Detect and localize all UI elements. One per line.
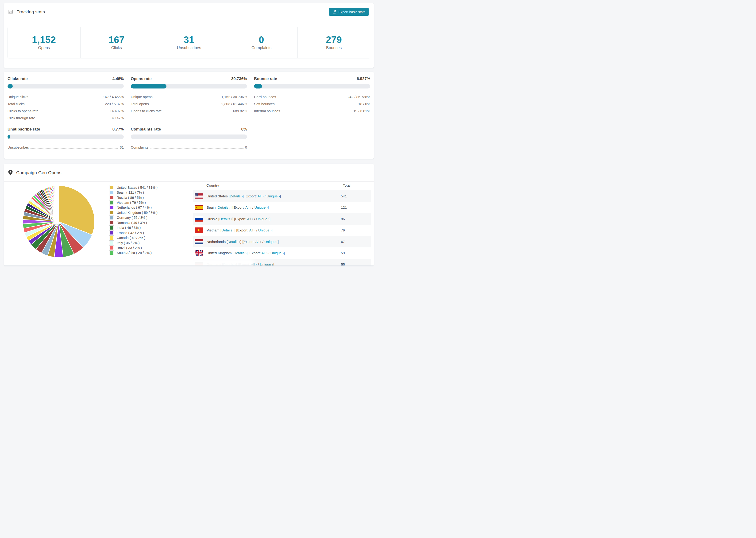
dotted-leader (150, 148, 243, 149)
table-row-russia: Russia [Details ›] [Export: All › / Uniq… (193, 213, 371, 225)
pie-slice-small[interactable] (58, 186, 59, 222)
rate-title: Unsubscribe rate (8, 127, 40, 132)
flag-vn-icon (195, 228, 203, 233)
dotted-leader (37, 119, 110, 119)
table-row-vietnam: Vietnam [Details ›] [Export: All › / Uni… (193, 225, 371, 236)
rate-row-value: 14.497% (110, 109, 124, 113)
export-all-link[interactable]: All › (255, 240, 261, 243)
rate-detail-rows: Unsubscribes 31 (8, 142, 124, 149)
stats-summary-strip: 1,152 Opens 167 Clicks 31 Unsubscribes 0… (8, 27, 370, 58)
stat-value: 1,152 (32, 35, 56, 44)
progress-bar-fill (8, 84, 13, 88)
legend-item: South Africa ( 29 / 2% ) (109, 250, 158, 255)
rate-row-label: Complaints (131, 145, 148, 149)
legend-swatch (109, 236, 114, 241)
rate-row-value: 4.147% (112, 116, 124, 120)
rate-row-label: Click through rate (8, 116, 35, 120)
export-all-link[interactable]: All › (247, 217, 253, 221)
export-unique-link[interactable]: Unique › (270, 251, 284, 255)
pie-legend: United States ( 541 / 31% ) Spain ( 121 … (109, 185, 158, 255)
details-link[interactable]: Details › (223, 262, 236, 266)
stat-label: Opens (38, 45, 50, 50)
rate-block-opens-rate: Opens rate 30.736% Unique opens 1,152 / … (131, 77, 247, 120)
stat-box-opens: 1,152 Opens (8, 27, 80, 58)
rate-row-value: 242 / 86.738% (348, 95, 370, 99)
dotted-leader (154, 98, 220, 98)
bar-chart-icon (8, 9, 13, 15)
details-link[interactable]: Details › (228, 240, 241, 243)
country-links: Germany [Details ›] [Export: All › / Uni… (207, 262, 274, 266)
legend-label: India ( 46 / 3% ) (117, 226, 141, 230)
legend-swatch (109, 225, 114, 230)
export-unique-link[interactable]: Unique › (254, 205, 268, 209)
table-row-total: 86 (341, 217, 345, 221)
details-link[interactable]: Details › (218, 205, 231, 209)
progress-bar (254, 84, 370, 88)
table-row-total: 67 (341, 240, 345, 243)
legend-item: India ( 46 / 3% ) (109, 225, 158, 230)
export-unique-link[interactable]: Unique › (266, 194, 280, 198)
table-row-united-states: United States [Details ›] [Export: All ›… (193, 190, 371, 202)
table-row-spain: Spain [Details ›] [Export: All › / Uniqu… (193, 202, 371, 213)
dotted-leader (40, 112, 108, 112)
export-all-link[interactable]: All › (245, 205, 251, 209)
rate-percentage: 0% (241, 127, 247, 132)
details-link[interactable]: Details › (219, 217, 232, 221)
legend-swatch (109, 200, 114, 205)
export-basic-stats-button[interactable]: Export basic stats (329, 8, 369, 16)
tracking-stats-title: Tracking stats (17, 9, 45, 15)
export-unique-link[interactable]: Unique › (264, 240, 278, 243)
legend-item: Canada ( 40 / 2% ) (109, 235, 158, 240)
flag-es-icon (195, 205, 203, 210)
details-link[interactable]: Details › (234, 251, 246, 255)
campaign-geo-opens-card: Campaign Geo Opens United States ( 541 /… (4, 164, 374, 266)
rate-block-bounce-rate: Bounce rate 6.927% Hard bounces 242 / 86… (254, 77, 370, 120)
rate-detail-row: Soft bounces 18 / 0% (254, 99, 370, 106)
rate-header: Complaints rate 0% (131, 127, 247, 132)
rate-row-label: Soft bounces (254, 102, 275, 106)
table-row-netherlands: Netherlands [Details ›] [Export: All › /… (193, 236, 371, 247)
rate-title: Clicks rate (8, 77, 28, 81)
dotted-leader (282, 112, 352, 112)
rate-detail-rows: Unique opens 1,152 / 30.736% Total opens… (131, 92, 247, 113)
progress-bar (8, 84, 124, 88)
rate-row-value: 18 / 0% (358, 102, 370, 106)
geo-opens-pie-chart[interactable] (21, 184, 96, 259)
geo-table-header: Country Total (193, 180, 371, 190)
country-links: United Kingdom [Details ›] [Export: All … (207, 251, 285, 255)
dotted-leader (30, 98, 101, 98)
rate-row-value: 2,303 / 61.446% (221, 102, 247, 106)
export-unique-link[interactable]: Unique › (260, 262, 273, 266)
legend-item: Netherlands ( 67 / 4% ) (109, 205, 158, 210)
legend-label: France ( 42 / 2% ) (117, 231, 144, 235)
legend-label: United States ( 541 / 31% ) (117, 186, 158, 189)
export-all-link[interactable]: All › (261, 251, 267, 255)
legend-item: Romania ( 49 / 3% ) (109, 220, 158, 225)
export-unique-link[interactable]: Unique › (258, 228, 272, 232)
dotted-leader (30, 148, 118, 149)
legend-label: Romania ( 49 / 3% ) (117, 221, 147, 225)
country-links: Spain [Details ›] [Export: All › / Uniqu… (207, 205, 269, 209)
rate-row-label: Opens to clicks rate (131, 109, 162, 113)
table-row-country-cell: United States [Details ›] [Export: All ›… (195, 193, 341, 199)
stat-box-unsubscribes: 31 Unsubscribes (153, 27, 225, 58)
progress-bar (131, 84, 247, 88)
details-link[interactable]: Details › (221, 228, 234, 232)
rate-row-label: Clicks to opens rate (8, 109, 38, 113)
map-pin-icon (8, 170, 13, 176)
legend-label: United Kingdom ( 59 / 3% ) (117, 211, 158, 215)
stat-label: Bounces (326, 45, 342, 50)
table-row-total: 55 (341, 262, 345, 266)
table-row-country-cell: Vietnam [Details ›] [Export: All › / Uni… (195, 228, 341, 233)
export-all-link[interactable]: All › (251, 262, 257, 266)
rate-row-label: Unsubscribes (8, 145, 29, 149)
export-all-link[interactable]: All › (249, 228, 255, 232)
legend-swatch (109, 230, 114, 235)
export-unique-link[interactable]: Unique › (256, 217, 270, 221)
export-all-link[interactable]: All › (257, 194, 264, 198)
legend-label: Germany ( 55 / 3% ) (117, 216, 147, 219)
stat-label: Clicks (111, 45, 122, 50)
stat-box-clicks: 167 Clicks (80, 27, 153, 58)
details-link[interactable]: Details › (230, 194, 243, 198)
rate-block-unsubscribe-rate: Unsubscribe rate 0.77% Unsubscribes 31 (8, 127, 124, 149)
